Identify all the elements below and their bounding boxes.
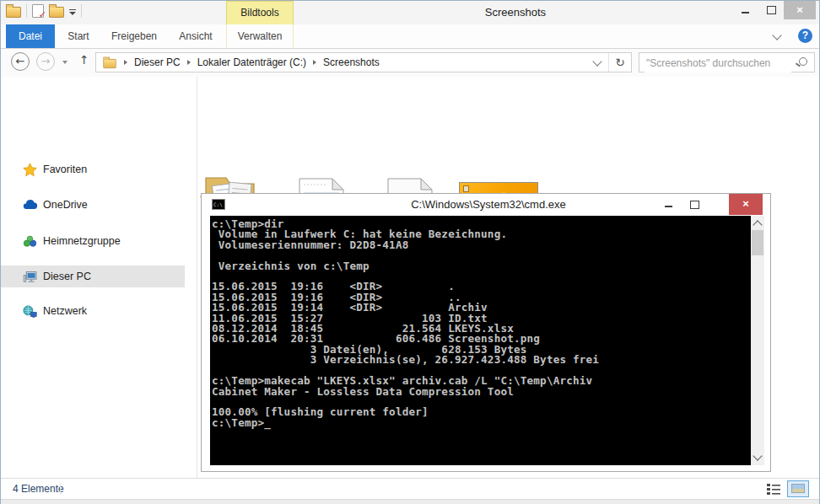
sidebar-item-netzwerk[interactable]: Netzwerk [1,300,185,322]
sidebar-item-onedrive[interactable]: OneDrive [1,194,185,216]
sidebar-item-dieser-pc[interactable]: Dieser PC [1,265,185,287]
search-input[interactable] [645,54,791,72]
tab-ansicht[interactable]: Ansicht [166,24,225,48]
breadcrumb-separator-icon [187,60,191,65]
address-dropdown-chevron-icon[interactable] [592,56,602,66]
network-icon [23,304,37,319]
window-title: Screenshots [456,1,575,24]
breadcrumb-screenshots[interactable]: Screenshots [323,56,380,68]
properties-icon[interactable] [32,4,44,18]
status-divider [60,483,61,495]
breadcrumb-separator-icon [313,60,316,65]
recent-locations-caret-icon[interactable] [62,61,67,64]
tab-freigeben[interactable]: Freigeben [102,24,166,48]
ribbon-tab-row: Datei Start Freigeben Ansicht Verwalten … [1,24,819,49]
sidebar-item-label: Dieser PC [43,271,91,282]
items-count: 4 Elemente [13,483,64,495]
cmd-scrollbar[interactable] [751,216,764,465]
breadcrumb-dieser-pc[interactable]: Dieser PC [134,56,181,68]
cmd-prompt-icon: C:\ [212,199,225,210]
new-folder-icon[interactable] [49,7,64,18]
scrollbar-thumb[interactable] [752,230,763,255]
quick-access-toolbar [6,4,82,18]
sidebar-item-label: Favoriten [43,164,87,175]
minimize-icon [665,206,672,207]
back-icon[interactable]: ← [11,52,30,71]
large-icons-view-button[interactable] [787,480,809,497]
address-folder-icon [103,59,116,68]
sidebar-item-label: OneDrive [43,199,88,211]
breadcrumb-separator-icon [124,60,127,65]
cmd-title-bar[interactable]: C:\ C:\Windows\System32\cmd.exe × [202,194,770,216]
search-box[interactable] [639,52,815,72]
cmd-window[interactable]: C:\ C:\Windows\System32\cmd.exe × c:\Tem… [201,193,771,472]
homegroup-icon [23,234,37,249]
toolbar-separator [81,4,82,18]
refresh-icon[interactable]: ↻ [609,56,631,69]
sidebar-item-favoriten[interactable]: Favoriten [1,158,185,180]
sidebar-divider [197,77,197,478]
cmd-close-button[interactable]: × [729,194,763,215]
address-bar-row: ← → ↑ Dieser PC Lokaler Datenträger (C:)… [1,49,819,77]
details-view-button[interactable] [767,483,780,495]
star-icon [23,163,37,177]
expand-ribbon-chevron-icon[interactable] [772,30,781,40]
status-bar: 4 Elemente [1,478,819,499]
close-button[interactable]: × [784,1,816,19]
search-magnifier-icon[interactable] [799,57,807,66]
help-icon[interactable]: ? [798,29,812,43]
console-output[interactable]: c:\Temp>dir Volume in Laufwerk C: hat ke… [210,216,751,465]
toolbar-separator [26,4,27,18]
sidebar-item-label: Netzwerk [43,305,87,317]
cmd-window-title: C:\Windows\System32\cmd.exe [353,194,623,216]
cmd-maximize-button[interactable] [682,194,706,214]
maximize-button[interactable] [758,1,784,19]
scroll-up-icon[interactable] [753,220,762,229]
explorer-folder-icon[interactable] [6,7,21,18]
tab-datei[interactable]: Datei [6,24,55,48]
tab-start[interactable]: Start [55,24,102,48]
sidebar-item-heimnetzgruppe[interactable]: Heimnetzgruppe [1,230,185,252]
cloud-icon [23,198,37,212]
title-bar: Bildtools Screenshots × [1,1,819,24]
scroll-down-icon[interactable] [753,451,762,460]
breadcrumb-lokaler-datentraeger[interactable]: Lokaler Datenträger (C:) [197,56,306,68]
window-frame-bottom [1,499,819,504]
tab-verwalten[interactable]: Verwalten [226,24,294,48]
maximize-icon [690,201,699,209]
console-text: c:\Temp>dir Volume in Laufwerk C: hat ke… [210,216,751,428]
context-tab-group-bildtools[interactable]: Bildtools [226,1,294,24]
explorer-window: Bildtools Screenshots × Datei Start Frei… [0,0,820,504]
forward-icon[interactable]: → [36,52,55,71]
thumbnail-view-icon [791,484,805,493]
customize-toolbar-dropdown-icon[interactable] [69,12,76,15]
minimize-button[interactable] [733,1,758,19]
up-icon[interactable]: ↑ [79,53,89,67]
cmd-minimize-button[interactable] [657,194,681,214]
sidebar-item-label: Heimnetzgruppe [43,235,121,247]
maximize-icon [767,6,776,14]
address-bar[interactable]: Dieser PC Lokaler Datenträger (C:) Scree… [95,52,632,72]
computer-icon [23,270,37,284]
minimize-icon [742,12,749,13]
thumbnail-desktop-icon [463,185,469,192]
